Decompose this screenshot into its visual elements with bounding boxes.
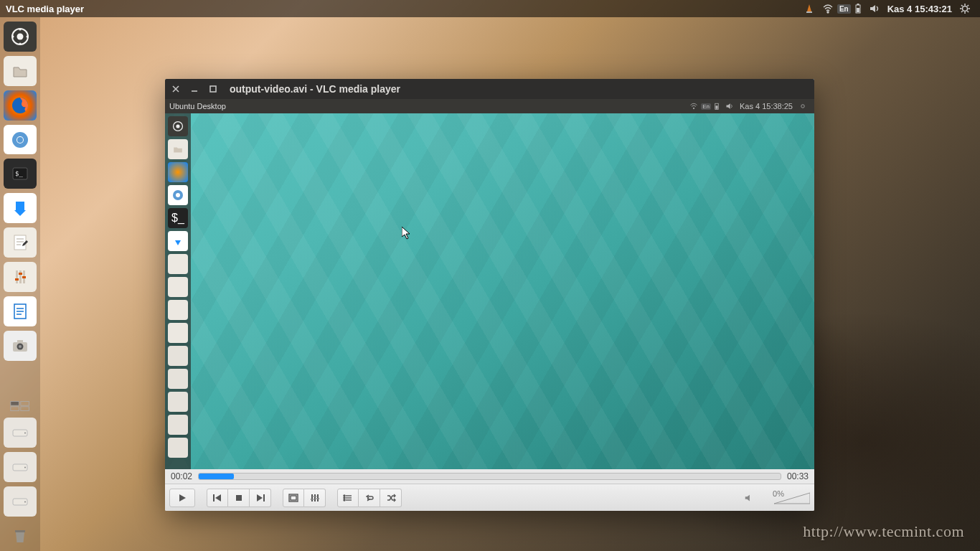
- svg-rect-34: [16, 270, 18, 283]
- language-indicator[interactable]: En: [837, 4, 851, 14]
- vlc-tray-icon[interactable]: [800, 3, 819, 14]
- svg-rect-47: [17, 340, 23, 343]
- svg-marker-80: [215, 494, 221, 501]
- stop-button[interactable]: [228, 489, 250, 507]
- gedit-icon[interactable]: [4, 227, 37, 258]
- svg-point-71: [801, 105, 805, 108]
- next-button[interactable]: [250, 489, 271, 507]
- workspace-switcher-icon[interactable]: [4, 399, 37, 413]
- loop-button[interactable]: [359, 489, 380, 507]
- inner-launcher: $_: [165, 113, 191, 469]
- volume-control[interactable]: 0%: [744, 491, 810, 504]
- watermark: http://www.tecmint.com: [803, 522, 964, 541]
- svg-point-73: [176, 124, 179, 128]
- session-gear-icon[interactable]: [956, 3, 974, 14]
- close-icon[interactable]: [169, 83, 182, 95]
- svg-marker-78: [179, 494, 186, 501]
- svg-rect-37: [15, 278, 19, 281]
- svg-rect-79: [213, 494, 215, 501]
- svg-rect-53: [21, 402, 29, 406]
- battery-icon[interactable]: [851, 3, 865, 14]
- volume-icon: [722, 102, 737, 110]
- svg-rect-90: [314, 496, 316, 497]
- previous-button[interactable]: [207, 489, 228, 507]
- menubar: VLC media player En Kas 4 15:43:21: [0, 0, 980, 17]
- playlist-button[interactable]: [337, 489, 359, 507]
- chromium-icon[interactable]: [4, 125, 37, 155]
- sound-settings-icon[interactable]: [4, 262, 37, 292]
- svg-point-18: [19, 28, 22, 30]
- svg-point-59: [24, 467, 26, 468]
- trash-icon[interactable]: [4, 521, 37, 551]
- time-elapsed: 00:02: [171, 471, 192, 481]
- play-button[interactable]: [169, 489, 195, 507]
- svg-point-2: [827, 11, 829, 13]
- svg-rect-30: [14, 235, 26, 250]
- battery-icon: [711, 102, 722, 110]
- wifi-icon: [687, 102, 701, 110]
- svg-rect-89: [311, 499, 314, 500]
- camera-icon[interactable]: [4, 331, 37, 361]
- drive-icon[interactable]: [4, 452, 37, 482]
- svg-rect-69: [715, 105, 717, 109]
- controls: 0%: [165, 484, 814, 511]
- svg-rect-54: [11, 407, 19, 411]
- svg-point-75: [176, 193, 180, 197]
- session-gear-icon: [796, 102, 810, 110]
- svg-rect-39: [22, 276, 26, 278]
- svg-rect-86: [311, 494, 313, 501]
- svg-rect-1: [806, 11, 812, 13]
- window-title: output-video.avi - VLC media player: [230, 83, 400, 95]
- extended-settings-button[interactable]: [304, 489, 326, 507]
- language-indicator: En: [701, 103, 711, 110]
- svg-rect-55: [21, 407, 29, 411]
- svg-rect-91: [316, 498, 319, 499]
- fullscreen-button[interactable]: [283, 489, 304, 507]
- launcher: $_: [0, 17, 40, 551]
- video-area[interactable]: Ubuntu Desktop En Kas 4 15:38:25 $_: [165, 99, 814, 469]
- files-icon[interactable]: [4, 56, 37, 86]
- svg-point-25: [17, 137, 23, 143]
- svg-point-61: [24, 501, 26, 503]
- shuffle-button[interactable]: [380, 489, 402, 507]
- svg-point-46: [19, 345, 22, 348]
- svg-rect-4: [857, 4, 859, 5]
- svg-rect-66: [210, 86, 216, 92]
- svg-point-20: [12, 35, 14, 37]
- svg-point-17: [17, 33, 24, 39]
- svg-line-15: [967, 5, 969, 6]
- active-app-title: VLC media player: [6, 4, 84, 14]
- dash-icon[interactable]: [4, 22, 37, 52]
- svg-marker-29: [14, 210, 26, 216]
- firefox-icon[interactable]: [4, 90, 37, 121]
- clock[interactable]: Kas 4 15:43:21: [884, 4, 956, 14]
- libreoffice-writer-icon[interactable]: [4, 296, 37, 326]
- svg-rect-81: [236, 495, 242, 501]
- svg-marker-82: [257, 494, 263, 501]
- svg-marker-6: [870, 5, 875, 12]
- cursor-icon: [402, 227, 410, 240]
- svg-rect-5: [857, 8, 859, 12]
- volume-icon[interactable]: [865, 3, 884, 14]
- svg-rect-28: [16, 202, 24, 210]
- wifi-icon[interactable]: [819, 3, 837, 14]
- svg-marker-76: [175, 240, 181, 245]
- seek-bar[interactable]: [198, 473, 781, 480]
- svg-rect-87: [314, 494, 316, 501]
- svg-text:$_: $_: [15, 170, 23, 177]
- download-icon[interactable]: [4, 193, 37, 223]
- drive-icon[interactable]: [4, 418, 37, 448]
- clock: Kas 4 15:38:25: [737, 102, 796, 110]
- minimize-icon[interactable]: [188, 83, 201, 95]
- maximize-icon[interactable]: [207, 83, 220, 95]
- svg-marker-70: [726, 103, 730, 109]
- terminal-icon[interactable]: $_: [4, 159, 37, 189]
- svg-point-96: [344, 497, 345, 499]
- drive-icon[interactable]: [4, 486, 37, 517]
- svg-rect-52: [11, 402, 19, 406]
- svg-marker-0: [807, 4, 811, 11]
- time-total: 00:33: [787, 471, 809, 481]
- svg-point-97: [344, 499, 345, 501]
- svg-rect-62: [15, 530, 25, 532]
- titlebar[interactable]: output-video.avi - VLC media player: [165, 79, 814, 99]
